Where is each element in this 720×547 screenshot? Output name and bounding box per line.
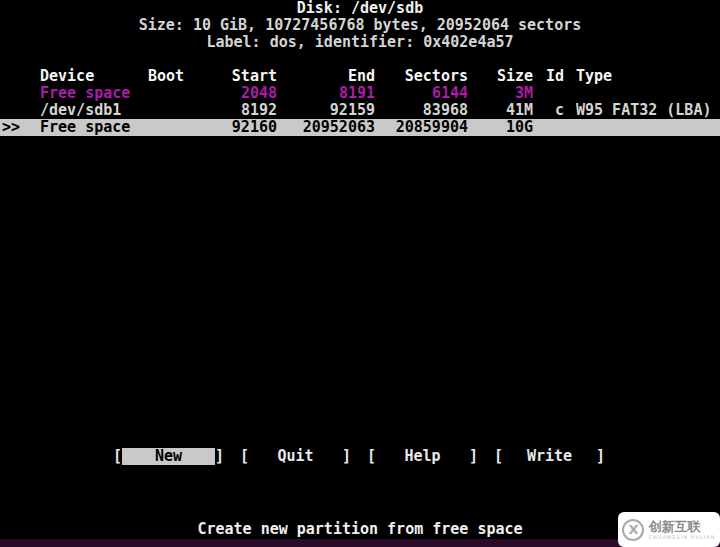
column-header-sectors: Sectors <box>390 68 468 85</box>
cell-type: W95 FAT32 (LBA) <box>576 102 711 119</box>
command-menu: [ New ] [ Quit ] [ Help ] [ Write ] <box>0 448 720 465</box>
column-header-device: Device <box>40 68 94 85</box>
column-header-id: Id <box>528 68 564 85</box>
cell-end: 8191 <box>285 85 375 102</box>
menu-item-help[interactable]: [ Help ] <box>367 448 478 465</box>
cell-device: /dev/sdb1 <box>40 102 121 119</box>
cell-device: Free space <box>40 119 130 136</box>
bracket-open: [ <box>113 448 122 465</box>
cell-end: 20952063 <box>285 119 375 136</box>
watermark-brand-text: 创新互联 <box>648 520 700 534</box>
menu-label-help: Help <box>376 448 469 465</box>
cell-sectors: 83968 <box>390 102 468 119</box>
column-header-size: Size <box>472 68 533 85</box>
disk-size-line: Size: 10 GiB, 10727456768 bytes, 2095206… <box>0 17 720 34</box>
status-line: Create new partition from free space <box>0 521 720 538</box>
cell-size: 10G <box>472 119 533 136</box>
cell-device: Free space <box>40 85 130 102</box>
table-row-free-space-2-selected[interactable]: >> Free space 92160 20952063 20859904 10… <box>0 119 720 136</box>
bracket-close: ] <box>215 448 224 465</box>
disk-info-header: Disk: /dev/sdb Size: 10 GiB, 10727456768… <box>0 0 720 51</box>
column-header-type: Type <box>576 68 612 85</box>
bracket-close: ] <box>342 448 351 465</box>
column-header-start: Start <box>180 68 277 85</box>
watermark-badge: X 创新互联 CHUANGXIN HULIAN <box>618 512 720 547</box>
selection-pointer-icon: >> <box>2 119 20 136</box>
watermark-brand-subtext: CHUANGXIN HULIAN <box>648 534 715 540</box>
disk-title: Disk: /dev/sdb <box>0 0 720 17</box>
bracket-open: [ <box>494 448 503 465</box>
bracket-open: [ <box>240 448 249 465</box>
disk-label-line: Label: dos, identifier: 0x402e4a57 <box>0 34 720 51</box>
menu-label-write: Write <box>503 448 596 465</box>
table-row-sdb1[interactable]: /dev/sdb1 8192 92159 83968 41M c W95 FAT… <box>0 102 720 119</box>
cell-sectors: 6144 <box>390 85 468 102</box>
cell-start: 92160 <box>180 119 277 136</box>
cell-start: 8192 <box>180 102 277 119</box>
column-header-end: End <box>285 68 375 85</box>
menu-item-write[interactable]: [ Write ] <box>494 448 605 465</box>
menu-label-new: New <box>122 448 215 465</box>
column-header-boot: Boot <box>148 68 184 85</box>
bottom-bar <box>0 539 720 547</box>
cell-end: 92159 <box>285 102 375 119</box>
cell-start: 2048 <box>180 85 277 102</box>
cell-sectors: 20859904 <box>390 119 468 136</box>
cell-id: c <box>528 102 564 119</box>
table-row-free-space-1[interactable]: Free space 2048 8191 6144 3M <box>0 85 720 102</box>
partition-table-header: Device Boot Start End Sectors Size Id Ty… <box>0 68 720 85</box>
bracket-close: ] <box>596 448 605 465</box>
bracket-open: [ <box>367 448 376 465</box>
menu-item-quit[interactable]: [ Quit ] <box>240 448 351 465</box>
bracket-close: ] <box>469 448 478 465</box>
menu-label-quit: Quit <box>249 448 342 465</box>
menu-item-new[interactable]: [ New ] <box>113 448 224 465</box>
partition-table: Device Boot Start End Sectors Size Id Ty… <box>0 68 720 136</box>
cell-size: 3M <box>472 85 533 102</box>
cell-size: 41M <box>472 102 533 119</box>
cfdisk-terminal-screen: Disk: /dev/sdb Size: 10 GiB, 10727456768… <box>0 0 720 547</box>
watermark-logo-icon: X <box>622 519 644 541</box>
